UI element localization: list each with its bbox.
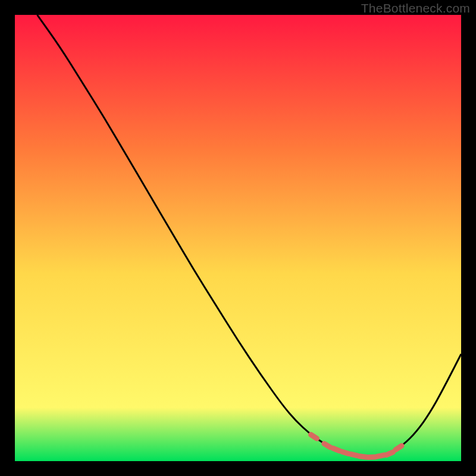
sweet-spot-marker — [333, 448, 339, 450]
chart-svg — [15, 15, 461, 461]
watermark-text: TheBottleneck.com — [361, 1, 470, 15]
plot-area — [15, 15, 461, 461]
chart-frame: TheBottleneck.com — [0, 0, 476, 476]
sweet-spot-marker — [311, 434, 317, 439]
sweet-spot-marker — [368, 457, 375, 458]
sweet-spot-marker — [350, 454, 358, 456]
sweet-spot-marker — [342, 452, 348, 454]
sweet-spot-marker — [377, 455, 384, 456]
sweet-spot-marker — [359, 456, 367, 457]
sweet-spot-marker — [324, 444, 330, 447]
sweet-spot-marker — [387, 452, 393, 455]
sweet-spot-marker — [396, 446, 402, 450]
